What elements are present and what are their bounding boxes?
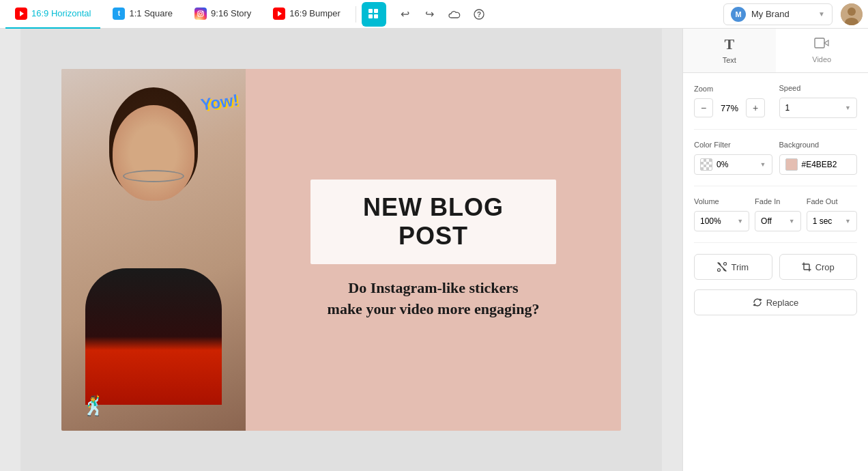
volume-fade-row: Volume 100% ▼ Fade In Off ▼ Fade Out (694, 197, 857, 231)
redo-button[interactable]: ↪ (419, 3, 441, 25)
color-filter-value: 0% (717, 160, 728, 169)
svg-point-3 (202, 11, 203, 12)
fade-out-value: 1 sec (813, 216, 833, 226)
yow-sticker: Yow! (200, 90, 240, 114)
slide-text-area: NEW BLOG POST Do Instagram-like stickers… (246, 69, 621, 431)
youtube2-icon (273, 8, 285, 20)
tab-1-1-square[interactable]: t 1:1 Square (103, 0, 182, 29)
zoom-section: Zoom − 77% + (694, 85, 772, 117)
twitter-icon: t (113, 8, 125, 20)
svg-rect-8 (374, 14, 378, 18)
zoom-increase-button[interactable]: + (746, 98, 765, 117)
background-control[interactable]: #E4BEB2 (779, 154, 858, 175)
tab-video[interactable]: Video (776, 29, 869, 72)
volume-select[interactable]: 100% ▼ (694, 211, 749, 231)
tab-video-label: Video (812, 55, 831, 63)
trim-label: Trim (731, 262, 749, 272)
zoom-control: − 77% + (694, 98, 772, 117)
subtitle-line2: make your video more engaging? (328, 300, 540, 317)
trim-button[interactable]: Trim (694, 254, 772, 280)
divider-1 (694, 129, 857, 130)
nav-separator (356, 6, 356, 23)
fade-in-chevron-icon: ▼ (789, 218, 795, 225)
speed-select[interactable]: 1 ▼ (779, 98, 858, 118)
save-cloud-button[interactable] (444, 3, 465, 25)
slide-canvas: Yow! 🕺 NEW BLOG POST Do Instagram-like s… (61, 69, 621, 431)
svg-rect-6 (374, 9, 378, 13)
color-filter-control[interactable]: 0% ▼ (694, 154, 772, 175)
youtube-icon (15, 8, 27, 20)
brand-selector[interactable]: M My Brand ▼ (723, 3, 833, 25)
brand-initial: M (731, 7, 746, 22)
divider-2 (694, 186, 857, 186)
background-swatch (785, 158, 798, 171)
tab-16-9-label: 16:9 Horizontal (31, 8, 91, 18)
crop-label: Crop (815, 262, 835, 272)
tab-text-label: Text (723, 56, 736, 64)
svg-point-16 (718, 269, 721, 272)
video-icon (814, 37, 829, 53)
trim-crop-row: Trim Crop (694, 254, 857, 280)
tab-9-16-story[interactable]: 9:16 Story (185, 0, 261, 29)
color-filter-section: Color Filter 0% ▼ (694, 141, 772, 175)
divider-3 (694, 242, 857, 243)
fade-out-section: Fade Out 1 sec ▼ (807, 197, 857, 231)
tab-9-16-label: 9:16 Story (211, 8, 251, 18)
fade-in-section: Fade In Off ▼ (755, 197, 801, 231)
zoom-decrease-button[interactable]: − (694, 98, 713, 117)
fade-in-value: Off (761, 216, 772, 226)
body-element (85, 268, 222, 405)
svg-marker-4 (278, 11, 282, 16)
color-checker-swatch (700, 158, 712, 171)
top-nav: 16:9 Horizontal t 1:1 Square 9:16 Story … (0, 0, 868, 29)
tab-16-9-bumper-label: 16:9 Bumper (289, 8, 340, 18)
color-filter-label: Color Filter (694, 141, 772, 149)
slide-subtitle: Do Instagram-like stickers make your vid… (328, 278, 540, 320)
panel-tabs: T Text Video (683, 29, 868, 73)
fade-out-label: Fade Out (807, 197, 857, 205)
replace-button[interactable]: Replace (694, 289, 857, 315)
canvas-background: Yow! 🕺 NEW BLOG POST Do Instagram-like s… (20, 29, 662, 471)
blog-post-title: NEW BLOG POST (338, 193, 529, 251)
volume-label: Volume (694, 197, 749, 205)
svg-point-12 (848, 8, 856, 16)
background-label: Background (779, 141, 858, 149)
svg-point-2 (199, 12, 202, 15)
zoom-label: Zoom (694, 85, 772, 93)
replace-icon (753, 298, 762, 307)
svg-rect-14 (815, 38, 824, 48)
svg-point-17 (724, 263, 727, 266)
volume-section: Volume 100% ▼ (694, 197, 749, 231)
fade-in-select[interactable]: Off ▼ (755, 211, 801, 231)
speed-label: Speed (779, 84, 858, 92)
volume-chevron-icon: ▼ (737, 218, 743, 225)
crop-icon (802, 262, 811, 272)
speed-chevron-icon: ▼ (845, 104, 851, 111)
brand-name: My Brand (751, 9, 790, 19)
face-element (113, 105, 194, 201)
tab-16-9-horizontal[interactable]: 16:9 Horizontal (5, 0, 100, 29)
fade-out-select[interactable]: 1 sec ▼ (807, 211, 857, 231)
grid-view-button[interactable] (362, 2, 386, 27)
instagram-icon (194, 8, 207, 20)
character-sticker: 🕺 (82, 395, 106, 417)
user-avatar[interactable] (841, 3, 863, 25)
fade-out-chevron-icon: ▼ (845, 218, 851, 225)
crop-button[interactable]: Crop (779, 254, 858, 280)
background-value: #E4BEB2 (802, 160, 837, 169)
background-section: Background #E4BEB2 (779, 141, 858, 175)
panel-body: Zoom − 77% + Speed 1 ▼ (683, 73, 868, 326)
tab-16-9-bumper[interactable]: 16:9 Bumper (263, 0, 349, 29)
speed-section: Speed 1 ▼ (779, 84, 858, 118)
color-bg-row: Color Filter 0% ▼ Background #E4BEB2 (694, 141, 857, 175)
fade-in-label: Fade In (755, 197, 801, 205)
svg-rect-7 (368, 14, 373, 18)
tab-text[interactable]: T Text (683, 29, 776, 72)
svg-text:?: ? (477, 11, 481, 18)
help-button[interactable]: ? (468, 3, 490, 25)
svg-rect-5 (368, 9, 373, 13)
canvas-area: Yow! 🕺 NEW BLOG POST Do Instagram-like s… (0, 29, 682, 471)
undo-button[interactable]: ↩ (394, 3, 416, 25)
svg-marker-15 (824, 40, 828, 46)
zoom-speed-row: Zoom − 77% + Speed 1 ▼ (694, 84, 857, 118)
